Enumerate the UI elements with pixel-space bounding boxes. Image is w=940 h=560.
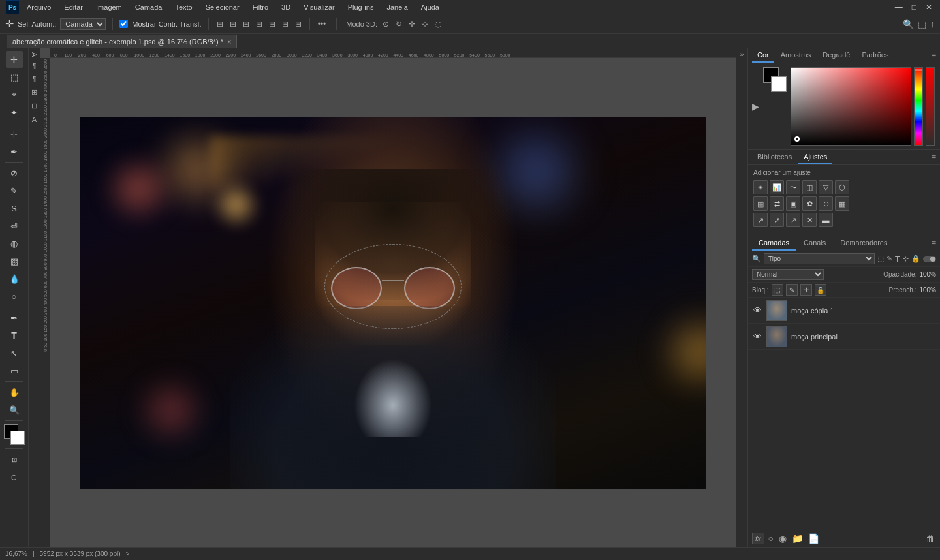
opacity-value[interactable]: 100% [919,271,936,278]
dodge-tool-button[interactable]: ○ [6,288,23,305]
layer-filter-icon1[interactable]: ⬚ [877,255,884,263]
ai-tool-1[interactable]: A [29,51,40,58]
adj-gradient-icon[interactable]: ↗ [786,213,800,227]
align-bottom-icon[interactable]: ⊟ [281,18,290,30]
adj-colorlookup-icon[interactable]: ⊙ [819,196,833,211]
adj-brightness-icon[interactable]: ☀ [753,180,768,194]
status-arrow[interactable]: > [126,550,130,557]
panel-expand-button[interactable]: » [740,51,744,58]
path-selection-button[interactable]: ↖ [6,345,23,362]
brush-tool-button[interactable]: ✎ [6,182,23,199]
opacity-strip[interactable] [926,67,935,146]
hue-strip[interactable] [914,67,923,146]
color-spectrum[interactable] [791,67,911,146]
fill-value[interactable]: 100% [919,287,936,294]
ai-tool-6[interactable]: A [31,114,38,125]
search-icon[interactable]: 🔍 [903,19,914,29]
minimize-button[interactable]: — [892,3,905,12]
menu-3d[interactable]: 3D [279,2,292,12]
align-right-icon[interactable]: ⊟ [242,18,251,30]
tab-close-button[interactable]: × [227,38,231,46]
color-play-button[interactable]: ▶ [752,101,759,112]
adj-selectivecolor-icon[interactable]: ✕ [802,213,817,227]
stamp-tool-button[interactable]: S [6,200,23,217]
shape-tool-button[interactable]: ▭ [6,362,23,379]
more-options-button[interactable]: ••• [317,18,328,30]
layer-mode-dropdown[interactable]: Camada Grupo [60,18,106,30]
layer-type-filter[interactable]: Tipo [764,253,875,264]
3d-icon5[interactable]: ◌ [433,18,443,30]
3d-icon1[interactable]: ⊙ [381,18,390,30]
adj-levels-icon[interactable]: 📊 [770,180,784,194]
layer-item-moca-copia[interactable]: 👁 moça cópia 1 [748,298,940,324]
background-color[interactable] [10,431,25,445]
lock-pixels-button[interactable]: ⬚ [772,284,783,296]
adj-vibrance-icon[interactable]: ▽ [819,180,833,194]
crop-tool-button[interactable]: ⊹ [6,125,23,142]
layer-item-moca-principal[interactable]: 👁 moça principal [748,324,940,350]
blend-mode-select[interactable]: Normal Dissolver Escurecer Multiplicar C… [752,269,824,280]
layer-filter-icon4[interactable]: ⊹ [903,255,909,263]
heal-brush-button[interactable]: ⊘ [6,164,23,181]
close-button[interactable]: ✕ [923,3,935,12]
add-mask-button[interactable]: ○ [767,532,775,545]
layer-filter-icon2[interactable]: ✎ [886,255,892,263]
layer-filter-icon5[interactable]: 🔒 [911,255,920,263]
ai-tool-4[interactable]: ⊞ [30,87,39,98]
magic-wand-button[interactable]: ✦ [6,104,23,121]
zoom-level[interactable]: 16,67% [5,550,27,557]
background-swatch[interactable] [771,76,787,92]
lock-move-button[interactable]: ✛ [800,284,812,296]
text-tool-button[interactable]: T [6,327,23,344]
3d-icon2[interactable]: ↻ [394,18,403,30]
tab-bibliotecas[interactable]: Bibliotecas [752,150,797,164]
share-icon[interactable]: ↑ [930,19,935,29]
adj-threshold-icon[interactable]: ↗ [770,213,784,227]
adj-invert-icon[interactable]: ▦ [835,196,849,211]
new-group-button[interactable]: 📁 [791,532,804,545]
new-layer-button[interactable]: 📄 [807,532,821,545]
delete-layer-button[interactable]: 🗑 [924,532,936,545]
menu-plugins[interactable]: Plug-ins [346,2,376,12]
marquee-tool-button[interactable]: ⬚ [6,69,23,86]
tab-ajustes[interactable]: Ajustes [798,150,832,164]
history-brush-button[interactable]: ⏎ [6,217,23,234]
maximize-button[interactable]: □ [909,3,919,12]
align-middle-icon[interactable]: ⊟ [268,18,277,30]
layers-panel-menu[interactable]: ≡ [932,239,936,248]
layer-filter-toggle[interactable] [923,256,936,262]
layer-visibility-moca-principal[interactable]: 👁 [752,332,762,342]
zoom-tool-button[interactable]: 🔍 [6,401,23,418]
adj-posterize-icon[interactable]: ↗ [753,213,768,227]
menu-arquivo[interactable]: Arquivo [25,2,53,12]
menu-visualizar[interactable]: Visualizar [302,2,337,12]
lasso-tool-button[interactable]: ⌖ [6,86,23,103]
adj-blackwhite-icon[interactable]: ⇄ [770,196,784,211]
menu-filtro[interactable]: Filtro [251,2,270,12]
distribute-icon[interactable]: ⊟ [294,18,303,30]
blur-tool-button[interactable]: 💧 [6,270,23,287]
color-panel-menu[interactable]: ≡ [932,51,936,60]
lock-draw-button[interactable]: ✎ [786,284,798,296]
adj-colorbalance-icon[interactable]: ▦ [753,196,768,211]
tab-camadas[interactable]: Camadas [752,236,796,251]
pen-tool-button[interactable]: ✒ [6,309,23,326]
adj-panel-menu[interactable]: ≡ [932,153,936,162]
adj-exposure-icon[interactable]: ◫ [802,180,817,194]
workspace-icon[interactable]: ⬚ [918,19,926,29]
canvas-viewport[interactable] [50,58,736,547]
gradient-tool-button[interactable]: ▨ [6,253,23,270]
menu-ajuda[interactable]: Ajuda [419,2,441,12]
lock-all-button[interactable]: 🔒 [815,284,826,296]
align-left-icon[interactable]: ⊟ [215,18,225,30]
quick-mask-button[interactable]: ⊡ [6,451,23,468]
adj-solidcolor-icon[interactable]: ▬ [819,213,833,227]
hand-tool-button[interactable]: ✋ [6,384,23,401]
show-transform-checkbox[interactable] [119,20,128,28]
tab-cor[interactable]: Cor [752,48,774,63]
3d-icon3[interactable]: ✛ [407,18,416,30]
tab-degrade[interactable]: Degradê [817,48,855,63]
eraser-tool-button[interactable]: ◍ [6,235,23,252]
layer-filter-icon3[interactable]: T [895,254,900,264]
layer-visibility-moca-copia[interactable]: 👁 [752,305,762,316]
